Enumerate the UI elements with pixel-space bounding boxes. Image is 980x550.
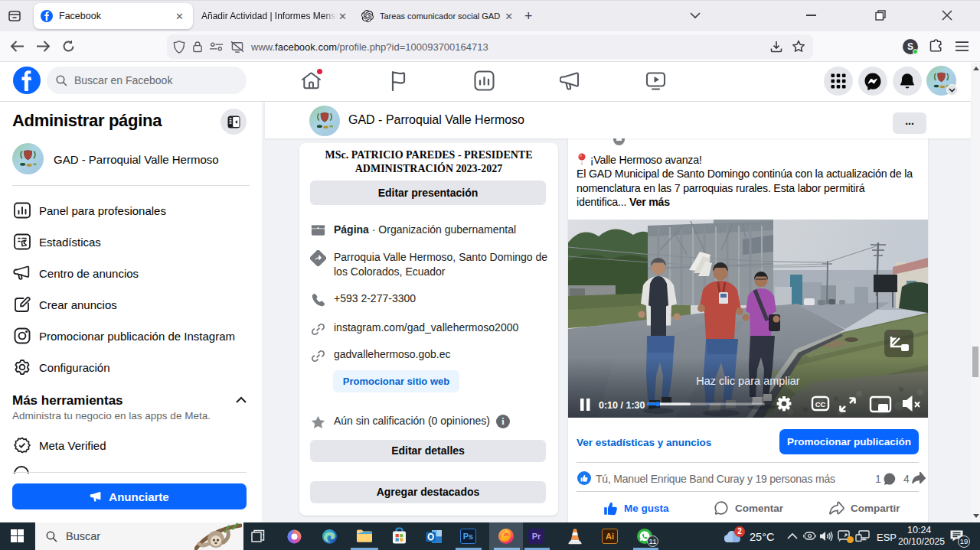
svg-text:Haz clic para ampliar: Haz clic para ampliar: [696, 375, 800, 387]
svg-text:CC: CC: [815, 400, 826, 408]
svg-text:0:10 / 1:30: 0:10 / 1:30: [599, 400, 645, 411]
